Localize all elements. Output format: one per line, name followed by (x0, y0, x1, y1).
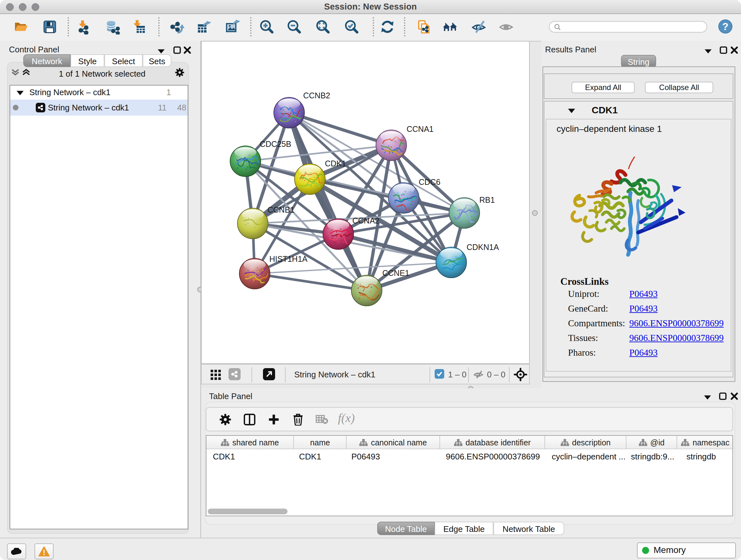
svg-text:CDC25B: CDC25B (260, 139, 291, 148)
svg-text:CDK1: CDK1 (325, 159, 346, 168)
svg-text:?: ? (722, 21, 728, 32)
svg-text:CCNA2: CCNA2 (352, 216, 380, 225)
svg-text:HIST1H1A: HIST1H1A (269, 254, 308, 263)
svg-text:CDKN1A: CDKN1A (467, 243, 499, 252)
svg-text:CCNB1: CCNB1 (267, 205, 294, 214)
svg-text:CCNA1: CCNA1 (407, 125, 434, 133)
svg-text:CDC6: CDC6 (419, 178, 441, 186)
svg-text:CCNB2: CCNB2 (303, 91, 330, 100)
svg-text:CCNE1: CCNE1 (382, 268, 409, 277)
svg-text:RB1: RB1 (479, 195, 495, 204)
